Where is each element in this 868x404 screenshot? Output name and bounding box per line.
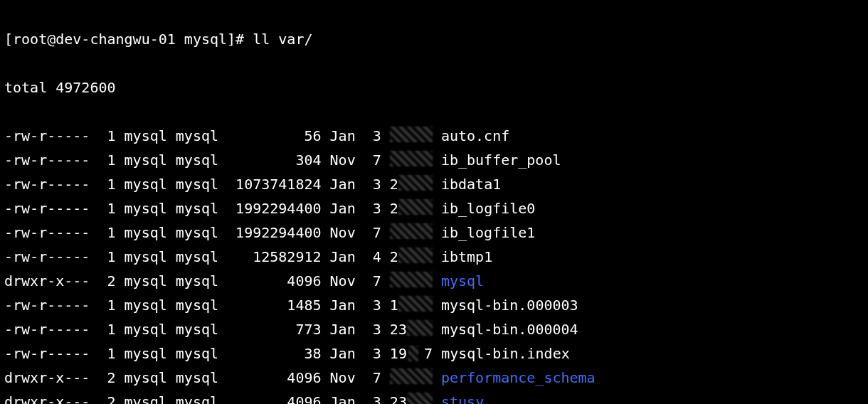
spacer [433,127,441,144]
time-visible-prefix: 23 [390,321,407,338]
row-meta: -rw-r----- 1 mysql mysql 38 Jan 3 [4,345,390,362]
time-visible-prefix: 23 [390,393,407,404]
spacer [433,369,441,386]
row-meta: -rw-r----- 1 mysql mysql 1992294400 Nov … [4,224,390,241]
command-text: ll var/ [253,31,312,48]
file-name: mysql-bin.000003 [441,297,578,314]
redacted-icon [408,346,418,361]
spacer [433,297,441,314]
row-time [390,369,433,386]
spacer [433,272,441,289]
listing-row: -rw-r----- 1 mysql mysql 56 Jan 3 auto.c… [4,124,864,148]
row-meta: -rw-r----- 1 mysql mysql 773 Jan 3 [4,321,390,338]
row-time: 2 [390,248,433,265]
row-time [390,152,433,169]
listing-row: -rw-r----- 1 mysql mysql 1992294400 Nov … [4,220,864,245]
spacer [433,152,441,169]
total-line: total 4972600 [4,75,864,100]
listing-row: -rw-r----- 1 mysql mysql 38 Jan 3 19 7 m… [4,341,864,366]
redacted-icon [390,151,433,166]
spacer [433,393,441,404]
row-meta: drwxr-x--- 2 mysql mysql 4096 Nov 7 [4,272,390,289]
row-meta: drwxr-x--- 2 mysql mysql 4096 Nov 7 [4,369,390,386]
row-meta: -rw-r----- 1 mysql mysql 1485 Jan 3 [4,297,390,314]
prompt-line: [root@dev-changwu-01 mysql]# ll var/ [4,27,864,51]
spacer [433,248,441,265]
row-meta: drwxr-x--- 2 mysql mysql 4096 Jan 3 [4,393,390,404]
redacted-icon [390,127,433,142]
total-text: total 4972600 [4,79,116,96]
directory-name: mysql [441,272,484,289]
listing-row: -rw-r----- 1 mysql mysql 304 Nov 7 ib_bu… [4,148,864,172]
redacted-icon [390,223,433,239]
redacted-icon [407,393,433,404]
row-meta: -rw-r----- 1 mysql mysql 56 Jan 3 [4,127,390,144]
file-name: ib_logfile1 [441,224,535,241]
listing-row: -rw-r----- 1 mysql mysql 773 Jan 3 23 my… [4,317,864,341]
directory-name: performance_schema [441,369,596,386]
time-visible-prefix: 2 [390,248,398,265]
listing-row: drwxr-x--- 2 mysql mysql 4096 Jan 3 23 s… [4,390,864,404]
file-name: mysql-bin.index [441,345,570,362]
redacted-icon [407,320,433,336]
listing-row: drwxr-x--- 2 mysql mysql 4096 Nov 7 perf… [4,366,864,390]
file-name: ibdata1 [441,176,501,193]
listing-row: -rw-r----- 1 mysql mysql 1992294400 Jan … [4,196,864,220]
redacted-icon [398,296,433,312]
row-time [390,127,433,144]
terminal[interactable]: [root@dev-changwu-01 mysql]# ll var/ tot… [0,0,868,404]
redacted-icon [398,199,433,215]
listing-row: -rw-r----- 1 mysql mysql 1485 Jan 3 1 my… [4,293,864,317]
redacted-icon [398,175,433,191]
row-time: 23 [390,393,433,404]
redacted-icon [390,272,433,287]
time-visible-prefix: 1 [390,297,398,314]
row-meta: -rw-r----- 1 mysql mysql 12582912 Jan 4 [4,248,390,265]
time-visible-prefix: 2 [390,200,398,217]
file-name: mysql-bin.000004 [441,321,578,338]
directory-listing: -rw-r----- 1 mysql mysql 56 Jan 3 auto.c… [4,124,864,404]
spacer [433,200,441,217]
row-time: 1 [390,297,433,314]
row-time: 2 [390,200,433,217]
listing-row: drwxr-x--- 2 mysql mysql 4096 Nov 7 mysq… [4,269,864,293]
time-visible-prefix: 2 [390,176,398,193]
spacer [433,176,441,193]
row-meta: -rw-r----- 1 mysql mysql 1073741824 Jan … [4,176,390,193]
directory-name: stusy [441,393,484,404]
spacer [433,224,441,241]
listing-row: -rw-r----- 1 mysql mysql 12582912 Jan 4 … [4,245,864,269]
row-time [390,224,433,241]
file-name: ib_logfile0 [441,200,535,217]
row-meta: -rw-r----- 1 mysql mysql 1992294400 Jan … [4,200,390,217]
file-name: auto.cnf [441,127,509,144]
file-name: ibtmp1 [441,248,492,265]
row-time: 2 [390,176,433,193]
listing-row: -rw-r----- 1 mysql mysql 1073741824 Jan … [4,172,864,196]
file-name: ib_buffer_pool [441,152,561,169]
row-meta: -rw-r----- 1 mysql mysql 304 Nov 7 [4,152,390,169]
redacted-icon [398,248,433,263]
row-time: 23 [390,321,433,338]
prompt-user-host: [root@dev-changwu-01 mysql]# [4,31,244,48]
redacted-icon [390,368,433,384]
row-time [390,272,433,289]
spacer [433,321,441,338]
spacer [433,345,441,362]
